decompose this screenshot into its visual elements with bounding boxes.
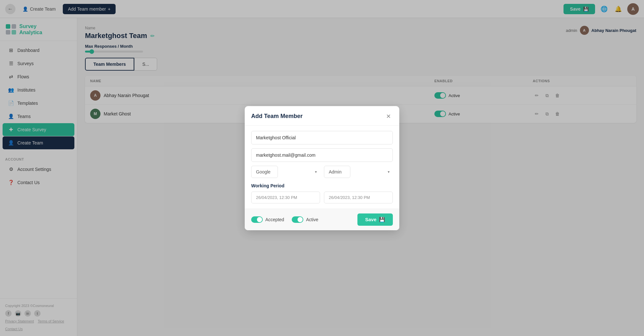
org-select[interactable]: Google Option 2 — [251, 166, 278, 178]
modal-overlay[interactable]: Add Team Member ✕ Google Option 2 Admin … — [0, 0, 644, 336]
org-select-wrap: Google Option 2 — [251, 166, 320, 178]
modal-body: Google Option 2 Admin Member Viewer Work… — [245, 126, 399, 209]
member-name-input[interactable] — [251, 131, 393, 144]
modal-footer: Accepted Active Save 💾 — [245, 209, 399, 230]
active-toggle[interactable] — [292, 216, 303, 223]
active-toggle-knob — [298, 217, 303, 222]
end-date-input[interactable]: 26/04/2023, 12:30 PM — [324, 192, 393, 203]
modal-close-button[interactable]: ✕ — [384, 112, 393, 121]
accepted-toggle-knob — [257, 217, 262, 222]
active-toggle-item: Active — [292, 216, 318, 223]
modal-title: Add Team Member — [251, 113, 303, 120]
role-select-wrap: Admin Member Viewer — [324, 166, 393, 178]
role-select[interactable]: Admin Member Viewer — [324, 166, 350, 178]
modal-save-button[interactable]: Save 💾 — [357, 213, 393, 226]
active-label: Active — [306, 217, 318, 222]
modal-save-icon: 💾 — [379, 217, 385, 222]
accepted-label: Accepted — [265, 217, 284, 222]
add-team-member-modal: Add Team Member ✕ Google Option 2 Admin … — [245, 106, 399, 230]
dates-row: 26/04/2023, 12:30 PM 26/04/2023, 12:30 P… — [251, 192, 393, 203]
start-date-input[interactable]: 26/04/2023, 12:30 PM — [251, 192, 320, 203]
selects-row: Google Option 2 Admin Member Viewer — [251, 166, 393, 178]
accepted-toggle-item: Accepted — [251, 216, 284, 223]
working-period-label: Working Period — [251, 183, 393, 188]
modal-header: Add Team Member ✕ — [245, 106, 399, 126]
accepted-toggle[interactable] — [251, 216, 263, 223]
member-email-input[interactable] — [251, 148, 393, 162]
modal-save-label: Save — [365, 217, 376, 222]
